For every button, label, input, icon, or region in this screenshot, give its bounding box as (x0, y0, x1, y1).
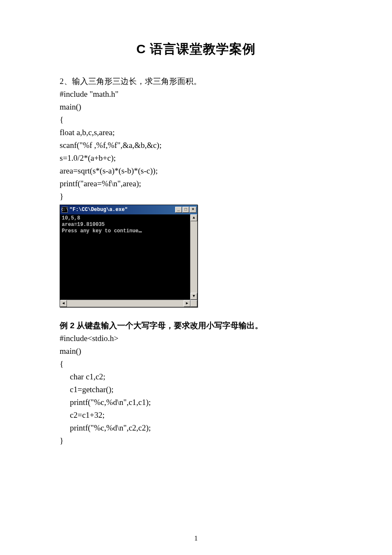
code-line: #include<stdio.h> (60, 332, 332, 345)
code-line: printf("%c,%d\n",c2,c2); (60, 422, 332, 434)
minimize-button[interactable]: _ (175, 207, 182, 213)
code-line: { (60, 358, 332, 370)
code-line: area=sqrt(s*(s-a)*(s-b)*(s-c)); (60, 165, 332, 177)
console-output[interactable]: 10,5,8 area=19.810035 Press any key to c… (60, 214, 190, 300)
example-2-heading: 例 2 从键盘输入一个大写字母，要求改用小写字母输出。 (60, 319, 332, 332)
window-titlebar[interactable]: C:\ "F:\CC\Debug\a.exe" _ □ × (60, 205, 197, 214)
code-line: c1=getchar(); (60, 383, 332, 396)
example-1-description: 2、输入三角形三边长，求三角形面积。 (60, 75, 332, 88)
code-line: } (60, 434, 332, 447)
code-line: float a,b,c,s,area; (60, 126, 332, 139)
document-title: C 语言课堂教学案例 (60, 40, 332, 58)
console-line: 10,5,8 (62, 215, 80, 221)
console-window: C:\ "F:\CC\Debug\a.exe" _ □ × 10,5,8 are… (60, 205, 198, 307)
document-page: C 语言课堂教学案例 2、输入三角形三边长，求三角形面积。 #include "… (0, 0, 392, 555)
code-line: main() (60, 101, 332, 113)
close-button[interactable]: × (190, 207, 196, 213)
code-line: c2=c1+32; (60, 409, 332, 422)
code-line: scanf("%f ,%f,%f",&a,&b,&c); (60, 139, 332, 152)
scroll-up-button[interactable]: ▲ (190, 214, 197, 221)
code-line: #include "math.h" (60, 88, 332, 101)
scroll-down-button[interactable]: ▼ (190, 293, 197, 300)
code-line: } (60, 190, 332, 203)
code-line: char c1,c2; (60, 370, 332, 383)
maximize-button[interactable]: □ (182, 207, 189, 213)
code-line: printf("%c,%d\n",c1,c1); (60, 396, 332, 409)
scroll-right-button[interactable]: ► (184, 300, 190, 307)
resize-grip-icon[interactable] (190, 300, 197, 307)
code-line: main() (60, 345, 332, 358)
console-line: area=19.810035 (62, 222, 105, 228)
code-line: printf("area=%f\n",area); (60, 177, 332, 190)
window-controls: _ □ × (175, 207, 196, 213)
window-title-text: "F:\CC\Debug\a.exe" (69, 207, 175, 213)
scroll-left-button[interactable]: ◄ (60, 300, 67, 307)
code-line: { (60, 113, 332, 126)
page-number: 1 (0, 535, 392, 542)
scrollbar-track[interactable] (67, 300, 184, 307)
cmd-icon: C:\ (62, 207, 68, 213)
vertical-scrollbar[interactable]: ▲ ▼ (190, 214, 197, 300)
console-client-area: 10,5,8 area=19.810035 Press any key to c… (60, 214, 197, 300)
code-line: s=1.0/2*(a+b+c); (60, 152, 332, 165)
console-line: Press any key to continue (62, 228, 138, 234)
horizontal-scrollbar[interactable]: ◄ ► (60, 300, 197, 307)
text-cursor-icon (138, 231, 142, 232)
